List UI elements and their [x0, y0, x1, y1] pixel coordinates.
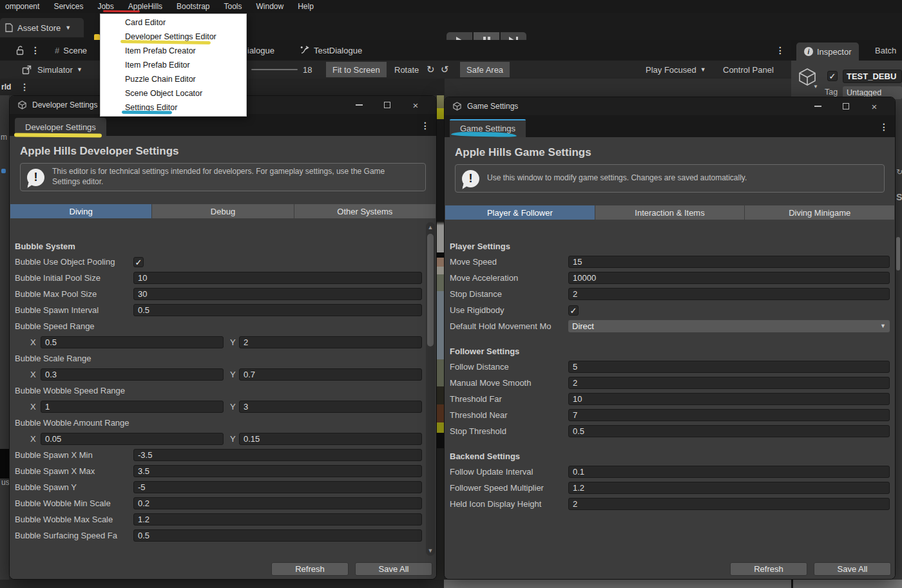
- tab-dialogue-partial[interactable]: ialogue: [247, 40, 274, 61]
- text-field[interactable]: -3.5: [133, 449, 422, 461]
- axis-y-label: Y: [230, 337, 239, 347]
- save-all-button[interactable]: Save All: [814, 562, 891, 576]
- minimize-button[interactable]: [803, 97, 832, 115]
- menubar-item-applehills[interactable]: AppleHills: [124, 2, 166, 11]
- text-field[interactable]: 7: [568, 409, 890, 421]
- refresh-button[interactable]: Refresh: [730, 562, 807, 576]
- menubar-item-help[interactable]: Help: [294, 2, 318, 11]
- zoom-slider[interactable]: [251, 61, 298, 79]
- window-titlebar[interactable]: Game Settings ×: [445, 97, 895, 115]
- text-field[interactable]: 0.2: [133, 497, 422, 509]
- close-button[interactable]: ×: [860, 97, 888, 115]
- y-value-field[interactable]: 0.7: [239, 368, 422, 381]
- field-row: Stop Distance2: [450, 286, 890, 302]
- active-checkbox[interactable]: ✓: [827, 71, 838, 81]
- y-value-field[interactable]: 0.15: [239, 433, 422, 445]
- text-field[interactable]: 10: [133, 272, 422, 284]
- tab-test-dialogue[interactable]: TestDialogue: [300, 40, 362, 61]
- kebab-menu-icon[interactable]: ⋮: [31, 40, 40, 61]
- checkbox[interactable]: ✓: [568, 305, 579, 316]
- kebab-menu-icon[interactable]: ⋮: [879, 122, 888, 132]
- page-title: Apple Hills Developer Settings: [20, 145, 426, 158]
- text-field[interactable]: 2: [568, 498, 890, 510]
- y-value-field[interactable]: 2: [239, 336, 422, 348]
- checkbox[interactable]: ✓: [133, 257, 144, 267]
- menubar-item-tools[interactable]: Tools: [220, 2, 245, 11]
- menubar-item-bootstrap[interactable]: Bootstrap: [173, 2, 213, 11]
- text-field[interactable]: -5: [133, 481, 422, 493]
- text-field[interactable]: 1.2: [133, 513, 422, 526]
- chevron-down-icon[interactable]: ▼: [813, 84, 818, 90]
- category-tab-other-systems[interactable]: Other Systems: [294, 204, 436, 218]
- maximize-button[interactable]: [373, 96, 401, 114]
- close-button[interactable]: ×: [401, 96, 430, 114]
- unlock-icon[interactable]: [15, 40, 24, 61]
- tab-asset-store[interactable]: Asset Store ▼: [0, 18, 84, 37]
- category-tab-interaction-items[interactable]: Interaction & Items: [595, 205, 745, 220]
- text-field[interactable]: 3.5: [133, 465, 422, 477]
- text-field[interactable]: 0.5: [568, 425, 890, 437]
- x-value-field[interactable]: 0.5: [41, 336, 224, 348]
- y-value-field[interactable]: 3: [239, 401, 422, 413]
- dropdown-field[interactable]: Direct▼: [568, 320, 890, 332]
- scrollbar[interactable]: ▲ ▼: [426, 222, 435, 556]
- field-row: Use Rigidbody✓: [450, 302, 890, 318]
- vector2-row: X0.3Y0.7: [15, 366, 422, 383]
- field-row: Bubble Spawn Interval0.5: [15, 302, 422, 318]
- tab-scene[interactable]: # Scene: [55, 40, 87, 61]
- text-field[interactable]: 0.1: [568, 466, 890, 478]
- menu-item-puzzle-chain-editor[interactable]: Puzzle Chain Editor: [101, 72, 246, 86]
- object-name-field[interactable]: TEST_DEBU: [843, 70, 902, 83]
- cube-icon[interactable]: ▼: [798, 67, 817, 88]
- menubar-item-omponent[interactable]: omponent: [1, 2, 43, 11]
- category-tab-debug[interactable]: Debug: [152, 204, 294, 218]
- text-field[interactable]: 0.5: [133, 529, 422, 542]
- popout-icon[interactable]: [22, 61, 32, 79]
- kebab-menu-icon[interactable]: ⋮: [421, 120, 430, 131]
- text-field[interactable]: 5: [568, 361, 890, 373]
- text-field[interactable]: 15: [568, 256, 890, 268]
- play-focused-dropdown[interactable]: Play Focused ▼: [646, 61, 706, 79]
- section-header: Backend Settings: [450, 450, 890, 464]
- tab-batch-partial[interactable]: Batch: [875, 40, 902, 61]
- scrollbar-thumb[interactable]: [427, 234, 434, 346]
- fit-to-screen-button[interactable]: Fit to Screen: [326, 62, 387, 77]
- menubar-item-window[interactable]: Window: [253, 2, 288, 11]
- save-all-button[interactable]: Save All: [355, 562, 432, 576]
- rotate-ccw-icon[interactable]: ↺: [441, 61, 449, 79]
- minimize-button[interactable]: [345, 96, 373, 114]
- control-panel-button[interactable]: Control Panel: [723, 61, 774, 79]
- text-field[interactable]: 1.2: [568, 482, 890, 494]
- tab-inspector[interactable]: i Inspector: [796, 43, 859, 61]
- x-value-field[interactable]: 0.3: [41, 368, 224, 381]
- axis-x-label: X: [30, 370, 41, 379]
- kebab-menu-icon[interactable]: ⋮: [20, 82, 29, 92]
- text-field[interactable]: 2: [568, 288, 890, 300]
- text-field[interactable]: 10000: [568, 272, 890, 284]
- x-value-field[interactable]: 0.05: [41, 433, 224, 445]
- scrollbar-thumb[interactable]: [896, 237, 900, 270]
- scroll-up-icon[interactable]: ▲: [426, 224, 435, 231]
- rotate-cw-icon[interactable]: ↻: [427, 61, 435, 79]
- safe-area-button[interactable]: Safe Area: [460, 62, 510, 77]
- play-focused-label: Play Focused: [646, 65, 696, 75]
- menu-item-card-editor[interactable]: Card Editor: [101, 15, 246, 30]
- kebab-menu-icon[interactable]: ⋮: [776, 40, 785, 61]
- menu-item-scene-object-locator[interactable]: Scene Object Locator: [101, 86, 246, 100]
- category-tab-player-follower[interactable]: Player & Follower: [445, 205, 595, 220]
- menu-item-item-prefab-creator[interactable]: Item Prefab Creator: [101, 44, 246, 58]
- maximize-button[interactable]: [832, 97, 860, 115]
- x-value-field[interactable]: 1: [41, 401, 224, 413]
- menu-item-item-prefab-editor[interactable]: Item Prefab Editor: [101, 58, 246, 72]
- category-tab-diving-minigame[interactable]: Diving Minigame: [745, 205, 894, 220]
- menubar-item-services[interactable]: Services: [50, 2, 87, 11]
- refresh-button[interactable]: Refresh: [271, 562, 349, 576]
- text-field[interactable]: 2: [568, 377, 890, 389]
- category-tab-diving[interactable]: Diving: [10, 204, 152, 218]
- text-field[interactable]: 10: [568, 393, 890, 405]
- simulator-dropdown[interactable]: Simulator ▼: [37, 61, 82, 79]
- text-field[interactable]: 30: [133, 288, 422, 300]
- game-settings-window: Game Settings × Game Settings ⋮ Apple Hi…: [444, 97, 896, 580]
- scroll-down-icon[interactable]: ▼: [426, 547, 435, 554]
- text-field[interactable]: 0.5: [133, 304, 422, 316]
